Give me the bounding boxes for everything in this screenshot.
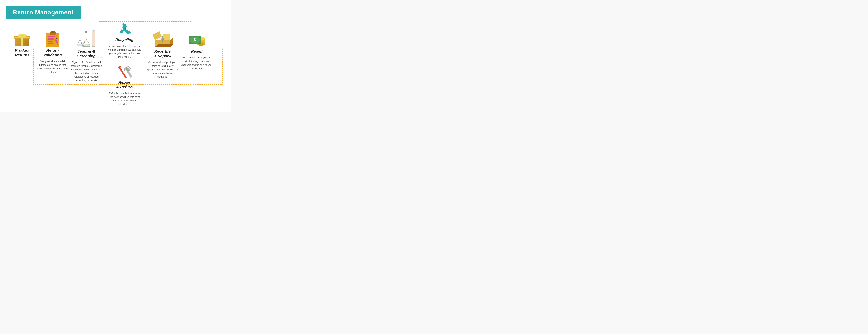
wrench-icon (116, 65, 133, 80)
svg-rect-12 (48, 36, 55, 37)
svg-rect-32 (126, 70, 132, 78)
recycle-icon (116, 22, 133, 37)
repair-refurb-desc: Refurbish qualified returns to 'like-new… (107, 92, 142, 106)
svg-point-45 (189, 37, 191, 38)
testing-screening-title: Testing & Screening (77, 49, 96, 58)
svg-rect-11 (50, 31, 55, 33)
svg-point-48 (199, 42, 200, 44)
svg-point-46 (199, 37, 200, 38)
recertify-repack-desc: Clean, label and pack your items to reta… (147, 61, 179, 79)
product-returns-title: Product Returns (15, 48, 30, 57)
return-validation-desc: Verify serial and model numbers and ensu… (37, 60, 68, 74)
svg-rect-15 (48, 43, 53, 44)
svg-text:✓: ✓ (55, 35, 57, 38)
svg-rect-9 (46, 33, 59, 47)
svg-rect-20 (79, 33, 81, 33)
open-box-icon (151, 30, 174, 49)
resell-title: Resell (191, 49, 203, 54)
resell-desc: We can help resell your B-stock through … (181, 56, 213, 70)
recycling-title: Recycling (115, 37, 133, 42)
svg-point-26 (86, 45, 87, 46)
svg-rect-13 (48, 38, 54, 39)
svg-point-47 (189, 42, 191, 44)
svg-text:$: $ (193, 37, 196, 42)
svg-rect-14 (48, 41, 54, 42)
money-icon: $ (186, 30, 207, 49)
recycling-desc: For low value items that are not worth r… (107, 44, 142, 59)
step-testing-screening: Testing & Screening Rigorous full functi… (68, 30, 104, 82)
svg-point-34 (127, 68, 129, 70)
header-banner: Return Management (6, 6, 81, 19)
step-resell: $ Resell We can help resell your B-stock… (180, 30, 213, 70)
step-middle: Recycling For low value items that are n… (104, 22, 145, 106)
lab-icon (75, 30, 98, 49)
recertify-repack-title: Recertify & Repack (154, 49, 171, 58)
page: Return Management (0, 0, 231, 112)
page-title: Return Management (13, 9, 74, 16)
step-recertify: Recertify & Repack Clean, label and pack… (145, 30, 180, 79)
gift-box-icon (12, 30, 32, 48)
repair-refurb-title: Repair & Refurb (116, 80, 132, 89)
return-validation-title: Return Validation (43, 48, 62, 57)
svg-rect-21 (85, 31, 87, 33)
svg-point-8 (21, 35, 24, 37)
svg-rect-5 (14, 37, 30, 38)
testing-screening-desc: Rigorous full functional and cosmetic te… (70, 61, 102, 82)
svg-point-25 (84, 44, 86, 45)
steps-row: Product Returns (8, 22, 224, 106)
step-product-returns: Product Returns (8, 30, 37, 59)
clipboard-icon: ✓ ✓ (43, 30, 62, 48)
step-return-validation: ✓ ✓ Return Validation Verify serial and … (37, 30, 68, 74)
